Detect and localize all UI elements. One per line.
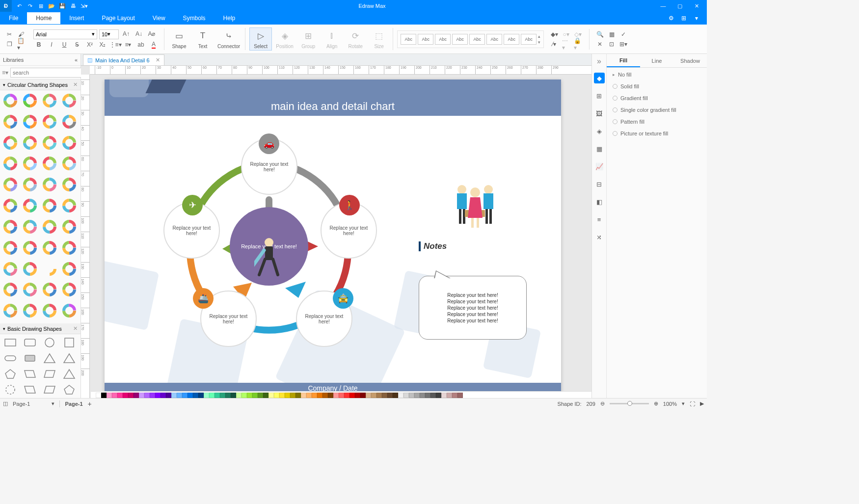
shape-thumb[interactable] xyxy=(41,281,58,298)
shape-thumb[interactable] xyxy=(22,368,38,380)
style-preset-6[interactable]: Abc xyxy=(486,34,502,45)
color-swatch[interactable] xyxy=(171,393,177,398)
color-swatch[interactable] xyxy=(420,393,425,398)
copy-button[interactable]: ❐ xyxy=(4,40,15,49)
find-button[interactable]: 🔍 xyxy=(594,30,605,39)
fill-none[interactable]: ▸No fill xyxy=(613,72,701,78)
color-swatch[interactable] xyxy=(301,393,306,398)
shape-thumb[interactable] xyxy=(41,113,58,130)
color-swatch[interactable] xyxy=(258,393,263,398)
layers-button[interactable]: ▦ xyxy=(606,30,617,39)
color-swatch[interactable] xyxy=(457,393,463,398)
minimize-button[interactable]: — xyxy=(657,1,670,11)
color-swatch[interactable] xyxy=(366,393,371,398)
spell-button[interactable]: ✓ xyxy=(618,30,629,39)
shape-thumb[interactable] xyxy=(41,302,58,319)
color-swatch[interactable] xyxy=(225,393,231,398)
color-swatch[interactable] xyxy=(344,393,349,398)
shape-thumb[interactable] xyxy=(61,113,78,130)
shape-thumb[interactable] xyxy=(22,336,38,349)
color-swatch[interactable] xyxy=(166,393,171,398)
color-swatch[interactable] xyxy=(447,393,452,398)
color-swatch[interactable] xyxy=(409,393,414,398)
fill-picture[interactable]: Picture or texture fill xyxy=(613,131,701,136)
shape-thumb[interactable] xyxy=(2,352,19,365)
style-preset-8[interactable]: Abc xyxy=(521,34,537,45)
shape-thumb[interactable] xyxy=(22,261,38,277)
shape-thumb[interactable] xyxy=(61,383,78,396)
shape-thumb[interactable] xyxy=(22,134,38,151)
color-swatch[interactable] xyxy=(349,393,355,398)
protect-button[interactable]: ⊡ xyxy=(606,40,617,49)
color-swatch[interactable] xyxy=(290,393,295,398)
shape-thumb[interactable] xyxy=(2,336,19,349)
color-swatch[interactable] xyxy=(279,393,285,398)
shape-thumb[interactable] xyxy=(2,113,19,130)
shape-thumb[interactable] xyxy=(41,134,58,151)
color-swatch[interactable] xyxy=(231,393,236,398)
color-swatch[interactable] xyxy=(209,393,215,398)
highlight-button[interactable]: ab xyxy=(135,40,146,49)
style-preset-4[interactable]: Abc xyxy=(452,34,468,45)
color-swatch[interactable] xyxy=(263,393,268,398)
color-swatch[interactable] xyxy=(134,393,139,398)
chart-icon[interactable]: 📈 xyxy=(594,161,605,172)
color-swatch[interactable] xyxy=(101,393,107,398)
color-swatch[interactable] xyxy=(322,393,328,398)
save-button[interactable]: 💾 xyxy=(58,1,67,10)
color-swatch[interactable] xyxy=(161,393,166,398)
color-swatch[interactable] xyxy=(144,393,150,398)
notes-heading[interactable]: Notes xyxy=(419,241,447,251)
add-page-button[interactable]: + xyxy=(88,400,92,408)
color-swatch[interactable] xyxy=(403,393,409,398)
shape-thumb[interactable] xyxy=(41,336,58,349)
shape-thumb[interactable] xyxy=(61,218,78,235)
new-button[interactable]: ⊞ xyxy=(36,1,45,10)
color-swatch[interactable] xyxy=(107,393,112,398)
fill-gradient[interactable]: Gradient fill xyxy=(613,95,701,101)
shape-thumb[interactable] xyxy=(61,261,78,277)
color-swatch[interactable] xyxy=(123,393,128,398)
position-button[interactable]: ◈ xyxy=(276,29,294,43)
shape-thumb[interactable] xyxy=(2,281,19,298)
shape-thumb[interactable] xyxy=(2,218,19,235)
shape-thumb[interactable] xyxy=(61,134,78,151)
shape-thumb[interactable] xyxy=(2,368,19,380)
color-swatch[interactable] xyxy=(193,393,198,398)
select-tool-button[interactable]: ▷ xyxy=(252,29,269,43)
bullets-button[interactable]: ⋮≡▾ xyxy=(110,40,121,49)
circular-diagram[interactable]: Replace your text here! Replace your tex… xyxy=(149,119,389,359)
color-swatch[interactable] xyxy=(328,393,333,398)
maximize-button[interactable]: ▢ xyxy=(673,1,686,11)
category-basic[interactable]: ▾Basic Drawing Shapes✕ xyxy=(0,323,81,334)
shape-thumb[interactable] xyxy=(22,239,38,256)
color-swatch[interactable] xyxy=(188,393,193,398)
shape-thumb[interactable] xyxy=(61,155,78,172)
shape-thumb[interactable] xyxy=(61,281,78,298)
collapse-libraries-icon[interactable]: « xyxy=(75,57,78,63)
list-icon[interactable]: ≡ xyxy=(594,214,605,225)
page-selector[interactable]: Page-1▾ xyxy=(13,400,54,407)
shape-thumb[interactable] xyxy=(61,352,78,365)
color-swatch[interactable] xyxy=(139,393,144,398)
style-preset-2[interactable]: Abc xyxy=(418,34,433,45)
shape-thumb[interactable] xyxy=(41,261,58,277)
line-button[interactable]: ∕▾ xyxy=(549,40,560,49)
shape-thumb[interactable] xyxy=(2,197,19,214)
color-swatch[interactable] xyxy=(177,393,182,398)
clear-format-button[interactable]: A⌀ xyxy=(146,29,157,38)
shadow-tab[interactable]: Shadow xyxy=(673,54,707,67)
expand-right-panel-icon[interactable]: » xyxy=(597,57,601,66)
color-swatch[interactable] xyxy=(150,393,155,398)
shape-thumb[interactable] xyxy=(41,92,58,109)
shape-thumb[interactable] xyxy=(22,383,38,396)
color-swatch[interactable] xyxy=(441,393,447,398)
library-menu-icon[interactable]: ≡▾ xyxy=(2,69,8,76)
shape-thumb[interactable] xyxy=(22,92,38,109)
color-swatch[interactable] xyxy=(425,393,430,398)
distribute-button[interactable]: ⊞▾ xyxy=(618,40,629,49)
shape-thumb[interactable] xyxy=(41,197,58,214)
shape-thumb[interactable] xyxy=(2,261,19,277)
canvas-scroll[interactable]: main idea and detail chart xyxy=(90,75,591,398)
shape-thumb[interactable] xyxy=(41,368,58,380)
